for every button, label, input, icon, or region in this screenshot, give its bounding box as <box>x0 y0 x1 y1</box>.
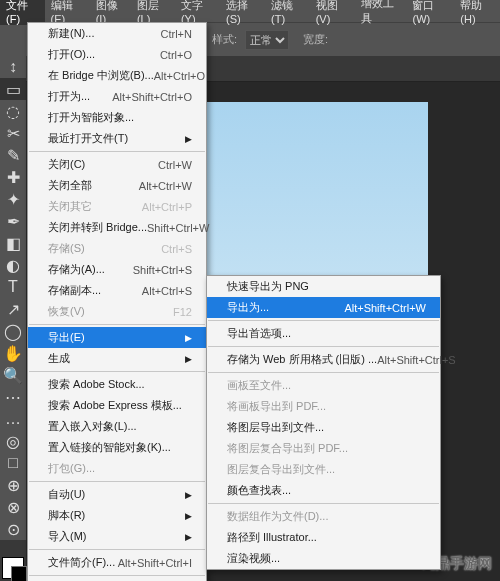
export-item-0[interactable]: 快速导出为 PNG <box>207 276 440 297</box>
tool-column: ↕▭◌✂✎✚✦✒◧◐T↗◯✋🔍⋯…◎□⊕⊗⊙ <box>0 56 26 540</box>
tool-3[interactable]: ✂ <box>0 122 26 144</box>
tool-16[interactable]: … <box>0 408 26 430</box>
export-item-8: 将画板导出到 PDF... <box>207 396 440 417</box>
menu-5[interactable]: 选择(S) <box>220 0 265 25</box>
tool-10[interactable]: T <box>0 276 26 298</box>
tool-5[interactable]: ✚ <box>0 166 26 188</box>
tool-11[interactable]: ↗ <box>0 298 26 320</box>
tool-1[interactable]: ▭ <box>0 78 26 100</box>
tool-19[interactable]: ⊕ <box>0 474 26 496</box>
file-item-14: 恢复(V)F12 <box>28 301 206 322</box>
file-item-20[interactable]: 搜索 Adobe Express 模板... <box>28 395 206 416</box>
file-item-9: 关闭其它Alt+Ctrl+P <box>28 196 206 217</box>
export-submenu: 快速导出为 PNG导出为...Alt+Shift+Ctrl+W导出首选项...存… <box>206 275 441 570</box>
style-label: 样式: <box>212 32 237 47</box>
menu-9[interactable]: 窗口(W) <box>406 0 454 25</box>
file-item-12[interactable]: 存储为(A)...Shift+Ctrl+S <box>28 259 206 280</box>
file-item-2[interactable]: 在 Bridge 中浏览(B)...Alt+Ctrl+O <box>28 65 206 86</box>
menu-7[interactable]: 视图(V) <box>310 0 355 25</box>
tool-9[interactable]: ◐ <box>0 254 26 276</box>
tool-4[interactable]: ✎ <box>0 144 26 166</box>
tool-21[interactable]: ⊙ <box>0 518 26 540</box>
export-item-15[interactable]: 路径到 Illustrator... <box>207 527 440 548</box>
export-item-1[interactable]: 导出为...Alt+Shift+Ctrl+W <box>207 297 440 318</box>
tool-18[interactable]: □ <box>0 452 26 474</box>
menu-6[interactable]: 滤镜(T) <box>265 0 310 25</box>
tool-13[interactable]: ✋ <box>0 342 26 364</box>
tool-12[interactable]: ◯ <box>0 320 26 342</box>
export-item-3[interactable]: 导出首选项... <box>207 323 440 344</box>
file-item-17[interactable]: 生成▶ <box>28 348 206 369</box>
export-item-16[interactable]: 渲染视频... <box>207 548 440 569</box>
file-item-10[interactable]: 关闭并转到 Bridge...Shift+Ctrl+W <box>28 217 206 238</box>
file-item-3[interactable]: 打开为...Alt+Shift+Ctrl+O <box>28 86 206 107</box>
file-item-4[interactable]: 打开为智能对象... <box>28 107 206 128</box>
tool-20[interactable]: ⊗ <box>0 496 26 518</box>
export-item-7: 画板至文件... <box>207 375 440 396</box>
file-item-7[interactable]: 关闭(C)Ctrl+W <box>28 154 206 175</box>
tool-15[interactable]: ⋯ <box>0 386 26 408</box>
file-item-26[interactable]: 脚本(R)▶ <box>28 505 206 526</box>
menu-3[interactable]: 图层(L) <box>131 0 175 25</box>
file-menu-dropdown: 新建(N)...Ctrl+N打开(O)...Ctrl+O在 Bridge 中浏览… <box>27 22 207 581</box>
export-item-9[interactable]: 将图层导出到文件... <box>207 417 440 438</box>
tool-8[interactable]: ◧ <box>0 232 26 254</box>
swatch-fg-bg[interactable] <box>2 557 24 579</box>
file-item-0[interactable]: 新建(N)...Ctrl+N <box>28 23 206 44</box>
file-item-27[interactable]: 导入(M)▶ <box>28 526 206 547</box>
tool-2[interactable]: ◌ <box>0 100 26 122</box>
export-item-10: 将图层复合导出到 PDF... <box>207 438 440 459</box>
tool-6[interactable]: ✦ <box>0 188 26 210</box>
width-label: 宽度: <box>303 32 328 47</box>
file-item-19[interactable]: 搜索 Adobe Stock... <box>28 374 206 395</box>
file-item-1[interactable]: 打开(O)...Ctrl+O <box>28 44 206 65</box>
file-item-25[interactable]: 自动(U)▶ <box>28 484 206 505</box>
file-item-8[interactable]: 关闭全部Alt+Ctrl+W <box>28 175 206 196</box>
menu-1[interactable]: 编辑(E) <box>45 0 90 25</box>
file-item-5[interactable]: 最近打开文件(T)▶ <box>28 128 206 149</box>
menu-2[interactable]: 图像(I) <box>90 0 131 25</box>
file-item-13[interactable]: 存储副本...Alt+Ctrl+S <box>28 280 206 301</box>
export-item-11: 图层复合导出到文件... <box>207 459 440 480</box>
file-item-29[interactable]: 文件简介(F)...Alt+Shift+Ctrl+I <box>28 552 206 573</box>
tool-17[interactable]: ◎ <box>0 430 26 452</box>
file-item-22[interactable]: 置入链接的智能对象(K)... <box>28 437 206 458</box>
file-item-21[interactable]: 置入嵌入对象(L)... <box>28 416 206 437</box>
export-item-14: 数据组作为文件(D)... <box>207 506 440 527</box>
tool-0[interactable]: ↕ <box>0 56 26 78</box>
file-item-11: 存储(S)Ctrl+S <box>28 238 206 259</box>
tool-7[interactable]: ✒ <box>0 210 26 232</box>
style-select[interactable]: 正常 <box>245 30 289 50</box>
file-item-23: 打包(G)... <box>28 458 206 479</box>
menu-4[interactable]: 文字(Y) <box>175 0 220 25</box>
file-item-16[interactable]: 导出(E)▶ <box>28 327 206 348</box>
export-item-12[interactable]: 颜色查找表... <box>207 480 440 501</box>
menu-0[interactable]: 文件(F) <box>0 0 45 25</box>
tool-14[interactable]: 🔍 <box>0 364 26 386</box>
menubar: 文件(F)编辑(E)图像(I)图层(L)文字(Y)选择(S)滤镜(T)视图(V)… <box>0 0 500 22</box>
export-item-5[interactable]: 存储为 Web 所用格式 (旧版) ...Alt+Shift+Ctrl+S <box>207 349 440 370</box>
menu-10[interactable]: 帮助(H) <box>454 0 500 25</box>
menu-8[interactable]: 增效工具 <box>355 0 407 26</box>
